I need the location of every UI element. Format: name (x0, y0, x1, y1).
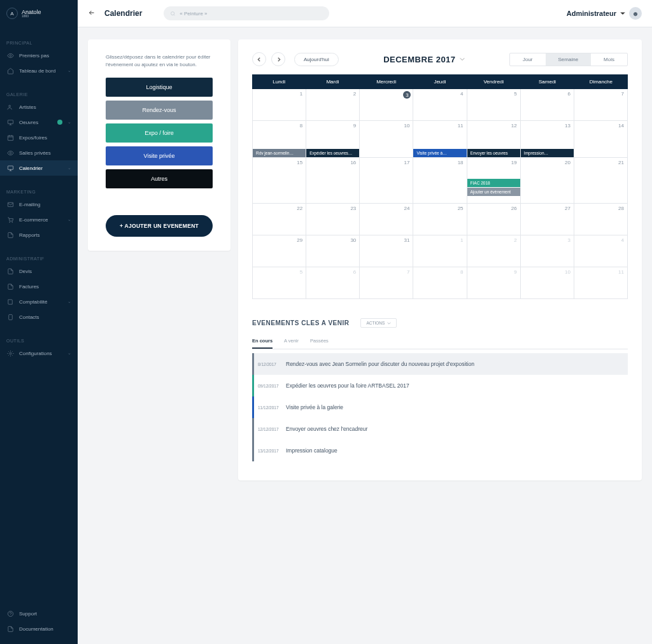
calendar-event[interactable]: FIAC 2018 (467, 179, 520, 187)
calendar-cell[interactable]: 1 (413, 235, 467, 267)
calendar-cell[interactable]: 24 (360, 204, 413, 235)
upcoming-event[interactable]: 12/12/2017Envoyer oeuvres chez l'encadre… (252, 418, 628, 440)
view-month[interactable]: Mois (591, 53, 627, 66)
eye-icon (6, 149, 14, 157)
sidebar-item-tableau-de-bord[interactable]: Tableau de bord⌄ (0, 63, 78, 78)
calendar-event[interactable]: Rdv jean-sormelin… (253, 149, 306, 157)
month-selector[interactable]: DECEMBRE 2017 (344, 55, 504, 64)
calendar-cell[interactable]: 18 (413, 158, 467, 204)
calendar-cell[interactable]: 16 (306, 158, 360, 204)
tab-pass-es[interactable]: Passées (310, 338, 329, 349)
sidebar-item-factures[interactable]: Factures (0, 279, 78, 294)
calendar-cell[interactable]: 12Envoyer les oeuvres (467, 121, 521, 158)
sidebar-item-comptabilit-[interactable]: Comptabilité⌄ (0, 294, 78, 309)
sidebar-item-contacts[interactable]: Contacts (0, 309, 78, 325)
calendar-cell[interactable]: 2 (306, 89, 360, 121)
calendar-cell[interactable]: 20 (521, 158, 574, 204)
svg-rect-6 (8, 202, 13, 206)
next-button[interactable] (271, 52, 285, 66)
calendar-cell[interactable]: 30 (306, 235, 360, 267)
today-button[interactable]: Aujourd'hui (294, 53, 339, 66)
calendar-cell[interactable]: 10 (521, 267, 574, 299)
calendar-event[interactable]: Envoyer les oeuvres (467, 149, 520, 157)
sidebar-item-artistes[interactable]: Artistes (0, 99, 78, 115)
calendar-cell[interactable]: 25 (413, 204, 467, 235)
calendar-cell[interactable]: 15 (252, 158, 306, 204)
sidebar-item-e-mailing[interactable]: E-mailing (0, 197, 78, 212)
calendar-cell[interactable]: 10 (360, 121, 413, 158)
calendar-cell[interactable]: 3 (360, 89, 413, 121)
actions-button[interactable]: ACTIONS (360, 318, 397, 328)
sidebar-item-e-commerce[interactable]: E-commerce⌄ (0, 212, 78, 227)
calendar-cell[interactable]: 7 (574, 89, 628, 121)
calendar-event[interactable]: Visite privée à… (413, 149, 466, 157)
nav-section-title: PRINCIPAL (0, 41, 78, 48)
calendar-cell[interactable]: 31 (360, 235, 413, 267)
calendar-event[interactable]: Ajouter un évènement (467, 188, 520, 196)
search-input[interactable]: « Peinture » (164, 6, 329, 20)
calendar-cell[interactable]: 4 (413, 89, 467, 121)
view-week[interactable]: Semaine (546, 53, 592, 66)
upcoming-event[interactable]: 11/12/2017Visite privée à la galerie (252, 396, 628, 418)
calendar-cell[interactable]: 9 (467, 267, 521, 299)
search-icon (170, 11, 176, 17)
file-icon (6, 231, 14, 239)
sidebar-item-calendrier[interactable]: Calendrier⌄ (0, 160, 78, 176)
sidebar-item-documentation[interactable]: Documentation (0, 621, 78, 636)
calendar-cell[interactable]: 27 (521, 204, 574, 235)
sidebar-item-support[interactable]: Support (0, 606, 78, 621)
calendar-cell[interactable]: 7 (360, 267, 413, 299)
back-icon[interactable] (88, 8, 96, 19)
calendar-cell[interactable]: 21 (574, 158, 628, 204)
calendar-cell[interactable]: 11 (574, 267, 628, 299)
calendar-cell[interactable]: 1 (252, 89, 306, 121)
calendar-cell[interactable]: 29 (252, 235, 306, 267)
sidebar-item-rapports[interactable]: Rapports (0, 227, 78, 242)
calendar-cell[interactable]: 5 (252, 267, 306, 299)
event-tag-logistique[interactable]: Logistique (106, 78, 213, 97)
calendar-cell[interactable]: 9Expédier les oeuvres… (306, 121, 360, 158)
event-tag-rendez-vous[interactable]: Rendez-vous (106, 101, 213, 120)
user-menu[interactable]: Administrateur ☻ (567, 7, 642, 20)
event-tag-visite-priv-e[interactable]: Visite privée (106, 146, 213, 165)
calendar-cell[interactable]: 8Rdv jean-sormelin… (252, 121, 306, 158)
calendar-cell[interactable]: 6 (306, 267, 360, 299)
sidebar-item-label: Calendrier (19, 165, 62, 171)
calendar-cell[interactable]: 13Impression… (521, 121, 574, 158)
calendar-cell[interactable]: 8 (413, 267, 467, 299)
svg-point-11 (8, 611, 13, 616)
sidebar-item-premiers-pas[interactable]: Premiers pas (0, 48, 78, 63)
calendar-cell[interactable]: 2 (467, 235, 521, 267)
tab-a-venir[interactable]: A venir (284, 338, 299, 349)
sidebar-item-expos-foires[interactable]: Expos/foires (0, 130, 78, 145)
sidebar-item-configurations[interactable]: Configurations⌄ (0, 346, 78, 361)
calendar-cell[interactable]: 11Visite privée à… (413, 121, 467, 158)
calendar-cell[interactable]: 19FIAC 2018Ajouter un évènement (467, 158, 521, 204)
upcoming-event[interactable]: 09/12/2017Expédier les oeuvres pour la f… (252, 375, 628, 396)
calendar-cell[interactable]: 6 (521, 89, 574, 121)
calendar-cell[interactable]: 5 (467, 89, 521, 121)
calendar-icon (6, 134, 14, 141)
calendar-cell[interactable]: 22 (252, 204, 306, 235)
calendar-cell[interactable]: 14 (574, 121, 628, 158)
calendar-cell[interactable]: 23 (306, 204, 360, 235)
calendar-cell[interactable]: 28 (574, 204, 628, 235)
sidebar-item-salles-priv-es[interactable]: Salles privées (0, 145, 78, 160)
sidebar-item-oeuvres[interactable]: Oeuvres⌄ (0, 115, 78, 130)
sidebar-item-devis[interactable]: Devis (0, 263, 78, 279)
tab-en-cours[interactable]: En cours (252, 338, 273, 349)
calendar-cell[interactable]: 17 (360, 158, 413, 204)
calendar-cell[interactable]: 26 (467, 204, 521, 235)
event-tag-expo-foire[interactable]: Expo / foire (106, 123, 213, 143)
calendar-event[interactable]: Impression… (521, 149, 574, 157)
view-day[interactable]: Jour (510, 53, 546, 66)
upcoming-event[interactable]: 8/12/2017Rendez-vous avec Jean Sormelin … (252, 353, 628, 375)
add-event-button[interactable]: + AJOUTER UN EVENEMENT (106, 215, 213, 237)
calendar-cell[interactable]: 4 (574, 235, 628, 267)
view-switch: JourSemaineMois (509, 53, 628, 66)
upcoming-event[interactable]: 13/12/2017Impression catalogue (252, 440, 628, 461)
calendar-event[interactable]: Expédier les oeuvres… (306, 149, 359, 157)
event-tag-autres[interactable]: Autres (106, 169, 213, 188)
prev-button[interactable] (252, 52, 266, 66)
calendar-cell[interactable]: 3 (521, 235, 574, 267)
